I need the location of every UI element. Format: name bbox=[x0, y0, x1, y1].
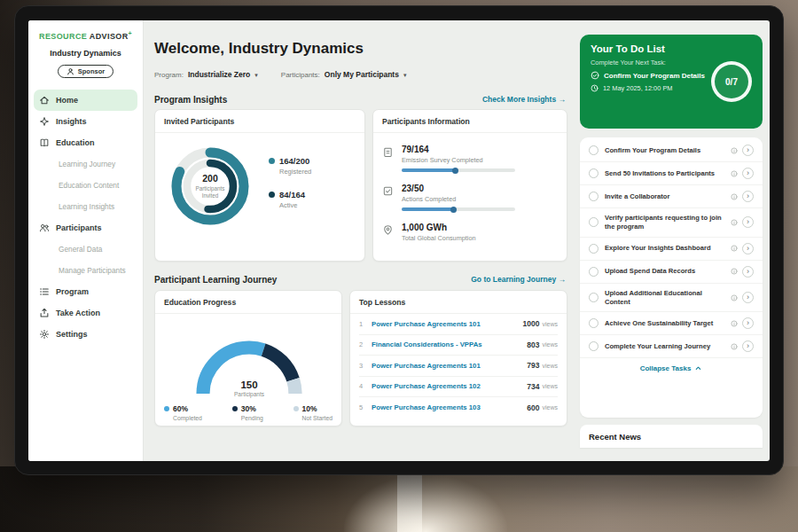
task-checkbox[interactable] bbox=[589, 192, 598, 201]
link-label: Check More Insights bbox=[482, 95, 556, 104]
sidebar-item-label: Manage Participants bbox=[59, 266, 126, 275]
program-filter[interactable]: Program: Industrialize Zero ▾ bbox=[154, 70, 258, 79]
arrow-right-icon: → bbox=[559, 275, 567, 284]
chevron-right-icon[interactable]: › bbox=[742, 168, 754, 179]
lesson-row: 1 Power Purchase Agreements 101 1000 vie… bbox=[359, 314, 558, 335]
info-icon[interactable] bbox=[731, 294, 738, 301]
lesson-title-link[interactable]: Financial Considerations - VPPAs bbox=[372, 340, 527, 348]
sidebar-item-label: Settings bbox=[56, 330, 88, 339]
sidebar-item-general-data[interactable]: General Data bbox=[28, 239, 143, 260]
lesson-title-link[interactable]: Power Purchase Agreements 102 bbox=[372, 382, 527, 390]
check-more-insights-link[interactable]: Check More Insights → bbox=[482, 95, 566, 104]
chevron-up-icon bbox=[694, 364, 702, 372]
sidebar-item-insights[interactable]: Insights bbox=[28, 111, 143, 132]
info-icon[interactable] bbox=[731, 245, 738, 252]
monitor-bezel: RESOURCE ADVISOR+ Industry Dynamics Spon… bbox=[14, 5, 784, 475]
education-icon bbox=[39, 137, 50, 148]
sidebar-item-label: Home bbox=[56, 96, 78, 105]
task-row-complete-learning-journey[interactable]: Complete Your Learning Journey › bbox=[580, 335, 763, 358]
logo-plus: + bbox=[129, 30, 133, 36]
lesson-views: 793 bbox=[527, 361, 539, 370]
gauge-center-label: 150 Participants bbox=[178, 321, 320, 401]
sidebar-item-education[interactable]: Education bbox=[28, 132, 143, 153]
task-row-achieve-target[interactable]: Achieve One Sustainability Target › bbox=[580, 312, 763, 335]
info-icon[interactable] bbox=[731, 147, 738, 154]
chevron-right-icon[interactable]: › bbox=[742, 216, 754, 228]
lesson-row: 5 Power Purchase Agreements 103 600 view… bbox=[359, 397, 558, 419]
sidebar-item-settings[interactable]: Settings bbox=[28, 324, 143, 345]
card-title: Top Lessons bbox=[350, 291, 567, 314]
chevron-right-icon[interactable]: › bbox=[742, 340, 754, 352]
task-checkbox[interactable] bbox=[589, 145, 598, 155]
chevron-right-icon[interactable]: › bbox=[742, 145, 754, 156]
task-checkbox[interactable] bbox=[589, 318, 598, 328]
card-title: Participants Information bbox=[373, 110, 567, 133]
task-checkbox[interactable] bbox=[589, 293, 598, 302]
clock-icon bbox=[591, 84, 598, 92]
task-row-invite-collaborator[interactable]: Invite a Collaborator › bbox=[580, 185, 763, 208]
sidebar-item-take-action[interactable]: Take Action bbox=[28, 302, 143, 324]
chevron-right-icon[interactable]: › bbox=[742, 243, 754, 254]
task-label: Explore Your Insights Dashboard bbox=[605, 244, 731, 253]
card-title: Invited Participants bbox=[155, 110, 364, 133]
sidebar-item-program[interactable]: Program bbox=[28, 281, 143, 302]
chevron-right-icon[interactable]: › bbox=[742, 266, 754, 278]
recent-news-heading: Recent News bbox=[580, 425, 763, 448]
survey-clipboard-icon bbox=[382, 146, 394, 158]
task-checkbox[interactable] bbox=[589, 341, 598, 351]
task-row-explore-insights[interactable]: Explore Your Insights Dashboard › bbox=[580, 238, 763, 261]
legend-label: Completed bbox=[173, 415, 202, 421]
participants-filter[interactable]: Participants: Only My Participants ▾ bbox=[281, 70, 407, 79]
task-label: Confirm Your Program Details bbox=[605, 146, 731, 155]
info-icon[interactable] bbox=[731, 219, 738, 226]
lesson-title-link[interactable]: Power Purchase Agreements 101 bbox=[372, 362, 527, 370]
sidebar-item-label: Program bbox=[56, 287, 89, 296]
info-icon[interactable] bbox=[731, 343, 738, 350]
recent-news-label: Recent News bbox=[589, 432, 641, 442]
info-value: 79/164 bbox=[402, 145, 515, 154]
task-row-upload-educational-content[interactable]: Upload Additional Educational Content › bbox=[580, 284, 763, 313]
collapse-tasks-link[interactable]: Collapse Tasks bbox=[580, 358, 763, 376]
chevron-right-icon[interactable]: › bbox=[742, 191, 754, 202]
info-icon[interactable] bbox=[731, 170, 738, 177]
task-label: Verify participants requesting to join t… bbox=[605, 214, 731, 231]
sidebar-item-home[interactable]: Home bbox=[34, 90, 137, 111]
go-to-learning-journey-link[interactable]: Go to Learning Journey → bbox=[471, 275, 566, 284]
logo-resource: RESOURCE bbox=[39, 32, 87, 41]
legend-item-pending: 30% Pending bbox=[232, 404, 263, 421]
settings-gear-icon bbox=[39, 329, 50, 340]
task-checkbox[interactable] bbox=[589, 244, 598, 254]
task-checkbox[interactable] bbox=[589, 217, 598, 227]
sidebar-item-learning-insights[interactable]: Learning Insights bbox=[28, 196, 143, 217]
legend-dot-not-started bbox=[293, 406, 299, 411]
lesson-title-link[interactable]: Power Purchase Agreements 103 bbox=[372, 403, 527, 411]
chevron-right-icon[interactable]: › bbox=[742, 317, 754, 329]
collapse-label: Collapse Tasks bbox=[640, 364, 692, 372]
chevron-right-icon[interactable]: › bbox=[742, 292, 754, 303]
task-row-confirm-program[interactable]: Confirm Your Program Details › bbox=[580, 139, 763, 162]
info-icon[interactable] bbox=[731, 320, 738, 327]
info-label: Emission Survey Completed bbox=[402, 156, 515, 164]
info-row-actions: 23/50 Actions Completed bbox=[373, 184, 567, 211]
lesson-rank: 4 bbox=[359, 382, 372, 390]
desk-scene: RESOURCE ADVISOR+ Industry Dynamics Spon… bbox=[0, 0, 798, 532]
sidebar-item-manage-participants[interactable]: Manage Participants bbox=[28, 260, 143, 281]
legend-label: Active bbox=[279, 201, 311, 209]
program-filter-value: Industrialize Zero bbox=[188, 70, 250, 79]
info-icon[interactable] bbox=[731, 193, 738, 200]
task-label: Send 50 Invitations to Participants bbox=[605, 169, 731, 178]
task-row-upload-spend-data[interactable]: Upload Spend Data Records › bbox=[580, 261, 763, 284]
lesson-views-label: views bbox=[542, 321, 558, 327]
task-row-send-invitations[interactable]: Send 50 Invitations to Participants › bbox=[580, 162, 763, 185]
sidebar-item-education-content[interactable]: Education Content bbox=[28, 175, 143, 196]
lesson-views: 1000 bbox=[523, 319, 540, 328]
lesson-title-link[interactable]: Power Purchase Agreements 101 bbox=[372, 320, 523, 328]
todo-progress-ring: 0/7 bbox=[711, 61, 752, 102]
task-checkbox[interactable] bbox=[589, 168, 598, 178]
sidebar-item-participants[interactable]: Participants bbox=[28, 217, 143, 239]
task-checkbox[interactable] bbox=[589, 267, 598, 277]
info-label: Total Global Consumption bbox=[402, 234, 476, 242]
sidebar-item-learning-journey[interactable]: Learning Journey bbox=[28, 153, 143, 175]
task-row-verify-participants[interactable]: Verify participants requesting to join t… bbox=[580, 208, 763, 238]
info-icon[interactable] bbox=[731, 268, 738, 275]
